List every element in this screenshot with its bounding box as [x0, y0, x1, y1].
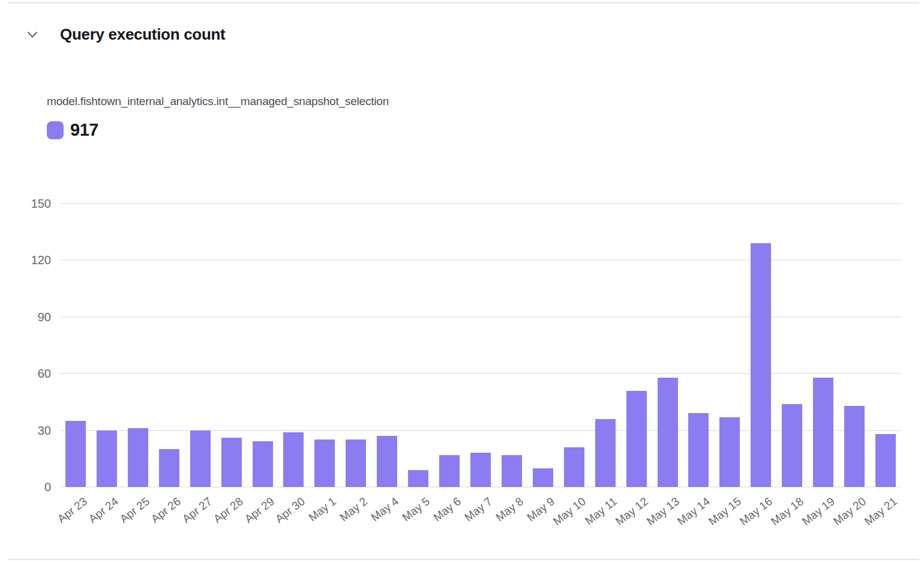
bar[interactable] — [658, 378, 678, 488]
bar[interactable] — [253, 441, 273, 487]
bar[interactable] — [813, 378, 833, 488]
bar[interactable] — [190, 431, 211, 487]
x-axis-labels: Apr 23Apr 24Apr 25Apr 26Apr 27Apr 28Apr … — [0, 487, 924, 559]
bar[interactable] — [408, 470, 428, 487]
query-execution-panel: { "header": { "title": "Query execution … — [0, 0, 924, 562]
gridline — [60, 203, 901, 204]
gridline — [60, 259, 901, 261]
bar[interactable] — [128, 428, 148, 487]
bar[interactable] — [719, 417, 740, 487]
gridline — [60, 316, 901, 318]
bar[interactable] — [626, 391, 647, 487]
bar[interactable] — [564, 447, 584, 487]
bar[interactable] — [377, 436, 397, 487]
bar[interactable] — [221, 438, 242, 487]
plot-area — [60, 204, 901, 487]
gridline — [60, 373, 901, 374]
y-tick-label: 90 — [38, 310, 51, 324]
bar[interactable] — [688, 413, 709, 487]
bar[interactable] — [439, 455, 460, 487]
bar[interactable] — [844, 406, 865, 487]
bar[interactable] — [97, 431, 117, 487]
y-tick-label: 120 — [31, 253, 51, 267]
bar[interactable] — [65, 421, 86, 487]
bar-chart: 0306090120150 Apr 23Apr 24Apr 25Apr 26Ap… — [0, 0, 924, 562]
bar[interactable] — [875, 434, 896, 487]
y-tick-label: 150 — [31, 196, 51, 211]
bar[interactable] — [283, 432, 304, 487]
bar[interactable] — [533, 468, 553, 487]
bar[interactable] — [314, 440, 335, 487]
y-axis-labels: 0306090120150 — [0, 0, 60, 562]
bar[interactable] — [595, 419, 616, 487]
bar[interactable] — [159, 449, 179, 487]
gridline — [60, 430, 901, 431]
bar[interactable] — [502, 455, 522, 487]
bar[interactable] — [751, 243, 771, 487]
bar[interactable] — [346, 440, 366, 487]
bar[interactable] — [782, 404, 802, 487]
y-tick-label: 60 — [38, 366, 51, 381]
bar[interactable] — [470, 453, 491, 487]
y-tick-label: 30 — [38, 423, 51, 438]
